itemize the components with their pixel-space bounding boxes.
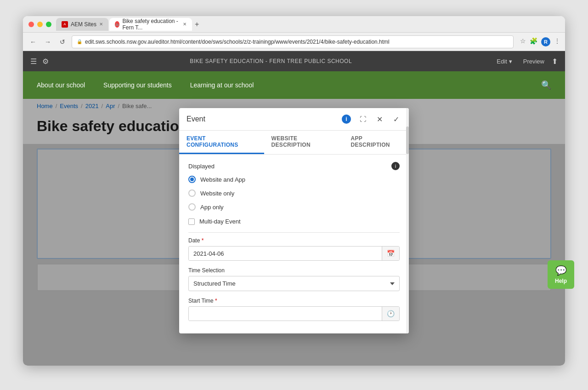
modal-title: Event	[187, 115, 336, 123]
cms-toolbar: ☰ ⚙ BIKE SAFETY EDUCATION - FERN TREE PU…	[23, 51, 565, 71]
start-time-required-marker: *	[215, 298, 217, 304]
radio-label-app-only: App only	[200, 204, 224, 211]
nav-item-learning[interactable]: Learning at our school	[190, 81, 254, 89]
help-label: Help	[555, 278, 565, 284]
title-bar: A AEM Sites ✕ 🚲 Bike safety education - …	[23, 16, 565, 33]
profile-icon[interactable]: R	[541, 37, 550, 46]
edit-button[interactable]: Edit ▾	[493, 56, 515, 67]
modal-header: Event i ⛶ ✕ ✓	[179, 108, 409, 131]
site-nav: About our school Supporting our students…	[23, 71, 565, 99]
page-content: Home / Events / 2021 / Apr / Bike safe..…	[23, 99, 565, 366]
form-divider	[188, 232, 400, 233]
tab-close-bike[interactable]: ✕	[183, 22, 187, 27]
browser-window: A AEM Sites ✕ 🚲 Bike safety education - …	[23, 16, 565, 366]
search-icon[interactable]: 🔍	[541, 80, 551, 90]
start-time-row: Start Time * 🕐	[188, 298, 400, 321]
edit-label: Edit	[497, 58, 507, 65]
radio-app-only[interactable]: App only	[188, 203, 400, 211]
radio-website-app[interactable]: Website and App	[188, 176, 400, 183]
browser-tab-bike[interactable]: 🚲 Bike safety education - Fern T... ✕	[109, 18, 192, 31]
extension-icon[interactable]: 🧩	[530, 37, 537, 46]
displayed-info-icon[interactable]: i	[391, 162, 400, 170]
radio-label-website-app: Website and App	[200, 176, 245, 183]
clock-icon-button[interactable]: 🕐	[382, 307, 399, 321]
bookmark-icon[interactable]: ☆	[520, 37, 526, 46]
start-time-input[interactable]	[189, 307, 382, 321]
back-button[interactable]: ←	[28, 38, 39, 46]
tab-close-aem[interactable]: ✕	[99, 22, 103, 27]
displayed-section: Displayed i Web	[188, 162, 400, 225]
info-icon: i	[342, 115, 351, 124]
checkmark-icon: ✓	[393, 115, 399, 124]
modal-close-button[interactable]: ✕	[374, 114, 385, 125]
multiday-label: Multi-day Event	[199, 218, 241, 225]
modal-dialog: Event i ⛶ ✕ ✓	[179, 108, 409, 333]
browser-tab-aem[interactable]: A AEM Sites ✕	[56, 18, 108, 31]
displayed-label: Displayed	[188, 163, 215, 170]
aem-favicon: A	[62, 21, 68, 28]
radio-label-website-only: Website only	[200, 190, 234, 197]
menu-icon[interactable]: ⋮	[554, 37, 560, 46]
modal-overlay: Event i ⛶ ✕ ✓	[23, 99, 565, 366]
modal-fullscreen-button[interactable]: ⛶	[357, 114, 368, 125]
forward-button[interactable]: →	[42, 38, 53, 46]
time-selection-row: Time Selection Structured Time	[188, 267, 400, 291]
date-field-row: Date * 📅	[188, 237, 400, 261]
modal-tabs: EVENT CONFIGURATIONS WEBSITE DESCRIPTION…	[179, 131, 409, 155]
modal-info-button[interactable]: i	[341, 114, 352, 125]
lock-icon: 🔒	[77, 39, 82, 44]
share-icon[interactable]: ⬆	[552, 57, 558, 66]
modal-scroll-thumb[interactable]	[406, 126, 409, 154]
sidebar-toggle-button[interactable]: ☰	[30, 57, 37, 66]
cms-page-title: BIKE SAFETY EDUCATION - FERN TREE PUBLIC…	[190, 58, 352, 64]
tab-app-description[interactable]: APP DESCRIPTION	[343, 131, 409, 154]
tab-website-description[interactable]: WEBSITE DESCRIPTION	[264, 131, 344, 154]
date-input[interactable]	[189, 247, 382, 260]
preview-label: Preview	[523, 58, 544, 65]
bike-favicon: 🚲	[115, 21, 119, 28]
modal-scrollbar	[406, 108, 409, 333]
date-required-marker: *	[202, 237, 204, 244]
reload-button[interactable]: ↺	[57, 38, 68, 46]
minimize-traffic-light[interactable]	[37, 22, 43, 27]
fullscreen-icon: ⛶	[360, 115, 366, 123]
nav-item-supporting[interactable]: Supporting our students	[103, 81, 172, 89]
cms-settings-button[interactable]: ⚙	[42, 57, 49, 66]
modal-body: Displayed i Web	[179, 155, 409, 333]
calendar-icon: 📅	[387, 250, 395, 257]
time-selection-select[interactable]: Structured Time	[188, 276, 400, 291]
nav-item-about[interactable]: About our school	[37, 81, 85, 89]
clock-icon: 🕐	[387, 310, 395, 317]
multiday-checkbox[interactable]: Multi-day Event	[188, 218, 400, 225]
new-tab-button[interactable]: +	[193, 20, 201, 29]
time-selection-label: Time Selection	[188, 267, 225, 274]
address-bar: ← → ↺ 🔒 edit.sws.schools.nsw.gov.au/edit…	[23, 33, 565, 51]
maximize-traffic-light[interactable]	[46, 22, 51, 27]
close-icon: ✕	[377, 115, 383, 124]
tab-label-aem: AEM Sites	[71, 21, 96, 28]
calendar-icon-button[interactable]: 📅	[382, 247, 399, 260]
modal-confirm-button[interactable]: ✓	[390, 114, 401, 125]
start-time-label: Start Time	[188, 298, 214, 304]
date-label: Date	[188, 237, 200, 244]
help-icon: 💬	[555, 265, 565, 276]
close-traffic-light[interactable]	[28, 22, 34, 27]
tab-event-configurations[interactable]: EVENT CONFIGURATIONS	[179, 131, 264, 154]
edit-chevron-icon: ▾	[509, 58, 512, 65]
preview-button[interactable]: Preview	[520, 56, 548, 67]
radio-group: Website and App Website only App only	[188, 176, 400, 211]
radio-website-only[interactable]: Website only	[188, 189, 400, 197]
url-text: edit.sws.schools.nsw.gov.au/editor.html/…	[85, 39, 390, 45]
help-button[interactable]: 💬 Help	[548, 260, 565, 289]
tab-label-bike: Bike safety education - Fern T...	[122, 18, 180, 31]
